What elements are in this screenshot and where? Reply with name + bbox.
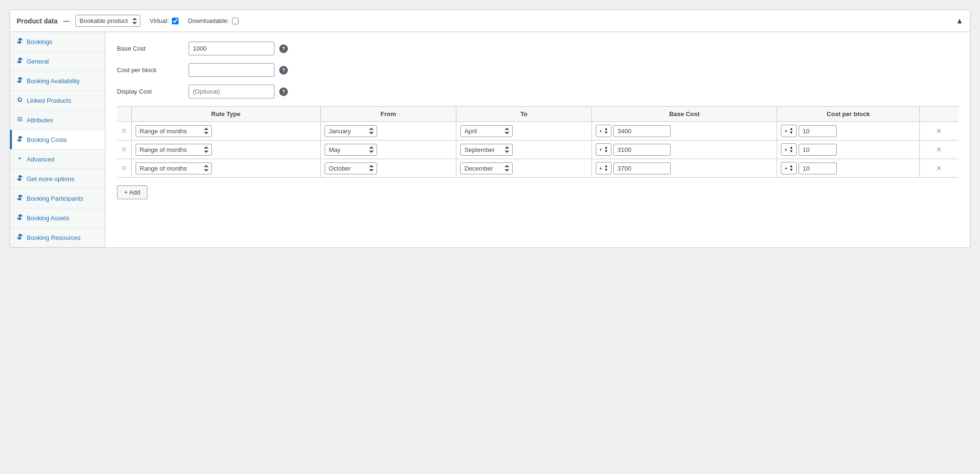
- cost-block-group-2: + ▲▼: [781, 162, 916, 174]
- header-dash: —: [63, 17, 70, 24]
- product-data-box: Product data — Bookable product Virtual:…: [10, 10, 970, 248]
- booking-availability-icon: [17, 77, 23, 85]
- cost-block-group-1: + ▲▼: [781, 143, 916, 156]
- svg-point-3: [19, 158, 21, 160]
- drag-handle[interactable]: ≡: [117, 159, 131, 178]
- sidebar-item-booking-resources[interactable]: Booking Resources: [10, 228, 105, 248]
- sidebar-item-booking-participants[interactable]: Booking Participants: [10, 189, 105, 208]
- downloadable-label: Downloadable:: [188, 17, 229, 24]
- virtual-label: Virtual:: [150, 17, 169, 24]
- th-from: From: [320, 107, 456, 122]
- virtual-checkbox[interactable]: [172, 18, 179, 24]
- sidebar-item-attributes[interactable]: Attributes: [10, 110, 105, 130]
- drag-icon: ≡: [122, 145, 126, 153]
- sidebar-item-label-booking-costs: Booking Costs: [27, 136, 67, 143]
- th-to: To: [456, 107, 591, 122]
- sidebar-item-booking-costs[interactable]: Booking Costs: [10, 130, 105, 150]
- cost-rules-table: Rule Type From To Base Cost Cost per blo…: [117, 106, 959, 178]
- cost-block-group-0: + ▲▼: [781, 125, 916, 137]
- cost-block-plus-btn-0[interactable]: + ▲▼: [781, 125, 796, 137]
- cost-block-value-input-2[interactable]: [799, 162, 837, 174]
- cost-per-block-input[interactable]: [189, 63, 274, 77]
- product-data-header: Product data — Bookable product Virtual:…: [10, 10, 970, 32]
- base-cost-plus-btn-0[interactable]: + ▲▼: [596, 125, 611, 137]
- sidebar-item-advanced[interactable]: Advanced: [10, 150, 105, 169]
- product-type-select[interactable]: Bookable product: [75, 15, 140, 27]
- booking-assets-icon: [17, 214, 23, 222]
- get-more-options-icon: [17, 175, 23, 183]
- to-select-2[interactable]: JanuaryFebruaryMarchAprilMayJuneJulyAugu…: [460, 162, 513, 174]
- collapse-button[interactable]: ▲: [956, 17, 963, 25]
- th-rule-type: Rule Type: [131, 107, 320, 122]
- base-cost-input[interactable]: [189, 42, 274, 55]
- base-cost-help-icon[interactable]: ?: [279, 44, 288, 53]
- downloadable-checkbox-group: Downloadable:: [188, 17, 239, 24]
- from-select-2[interactable]: JanuaryFebruaryMarchAprilMayJuneJulyAugu…: [325, 162, 377, 174]
- sidebar-item-general[interactable]: General: [10, 52, 105, 71]
- cost-block-value-input-0[interactable]: [799, 125, 837, 137]
- linked-products-icon: [17, 97, 23, 104]
- th-actions: [919, 107, 959, 122]
- table-row: ≡Range of monthsDate rangeTime rangePers…: [117, 140, 959, 159]
- base-cost-plus-btn-2[interactable]: + ▲▼: [596, 162, 611, 174]
- cost-block-plus-btn-1[interactable]: + ▲▼: [781, 143, 796, 156]
- general-icon: [17, 57, 23, 65]
- from-select-0[interactable]: JanuaryFebruaryMarchAprilMayJuneJulyAugu…: [325, 125, 377, 137]
- svg-rect-2: [17, 120, 22, 121]
- remove-row-btn-0[interactable]: ✕: [934, 126, 944, 136]
- downloadable-checkbox[interactable]: [232, 18, 239, 24]
- base-cost-row: Base Cost ?: [117, 42, 959, 55]
- rule-type-select-0[interactable]: Range of monthsDate rangeTime rangePerso…: [136, 125, 212, 137]
- sidebar-item-label-general: General: [27, 58, 49, 65]
- display-cost-input[interactable]: [189, 85, 274, 98]
- sidebar-item-label-get-more-options: Get more options: [27, 175, 74, 183]
- bookings-icon: [17, 38, 23, 45]
- rule-type-select-1[interactable]: Range of monthsDate rangeTime rangePerso…: [136, 144, 212, 156]
- sidebar-item-booking-assets[interactable]: Booking Assets: [10, 208, 105, 228]
- svg-rect-0: [17, 118, 22, 118]
- base-cost-value-input-2[interactable]: [613, 162, 671, 174]
- to-select-1[interactable]: JanuaryFebruaryMarchAprilMayJuneJulyAugu…: [460, 144, 513, 156]
- rule-type-select-2[interactable]: Range of monthsDate rangeTime rangePerso…: [136, 162, 212, 174]
- display-cost-help-icon[interactable]: ?: [279, 87, 288, 96]
- to-select-0[interactable]: JanuaryFebruaryMarchAprilMayJuneJulyAugu…: [460, 125, 513, 137]
- drag-handle[interactable]: ≡: [117, 140, 131, 159]
- sidebar-item-get-more-options[interactable]: Get more options: [10, 169, 105, 189]
- base-cost-value-input-0[interactable]: [613, 125, 671, 137]
- th-drag: [117, 107, 131, 122]
- svg-rect-1: [17, 119, 22, 119]
- booking-resources-icon: [17, 234, 23, 241]
- sidebar-item-label-booking-availability: Booking Availability: [27, 77, 80, 85]
- base-cost-group-2: + ▲▼: [596, 162, 773, 174]
- sidebar-item-bookings[interactable]: Bookings: [10, 32, 105, 52]
- sidebar-item-label-booking-assets: Booking Assets: [27, 215, 69, 222]
- drag-icon: ≡: [122, 164, 126, 172]
- product-data-body: Bookings General Booking AvailabilityLin…: [10, 32, 970, 248]
- base-cost-plus-btn-1[interactable]: + ▲▼: [596, 143, 611, 156]
- sidebar-item-label-advanced: Advanced: [27, 156, 54, 163]
- sidebar-item-label-booking-participants: Booking Participants: [27, 195, 84, 202]
- table-row: ≡Range of monthsDate rangeTime rangePers…: [117, 159, 959, 178]
- cost-per-block-help-icon[interactable]: ?: [279, 66, 288, 75]
- sidebar-item-label-linked-products: Linked Products: [27, 97, 71, 104]
- cost-per-block-label: Cost per block: [117, 66, 184, 74]
- drag-icon: ≡: [122, 127, 126, 135]
- add-rule-button[interactable]: + Add: [117, 185, 148, 199]
- th-base-cost: Base Cost: [592, 107, 777, 122]
- drag-handle[interactable]: ≡: [117, 122, 131, 140]
- base-cost-group-0: + ▲▼: [596, 125, 773, 137]
- sidebar-item-booking-availability[interactable]: Booking Availability: [10, 71, 105, 91]
- base-cost-value-input-1[interactable]: [613, 144, 671, 156]
- sidebar-item-linked-products[interactable]: Linked Products: [10, 91, 105, 110]
- cost-block-value-input-1[interactable]: [799, 144, 837, 156]
- sidebar: Bookings General Booking AvailabilityLin…: [10, 32, 105, 248]
- remove-row-btn-2[interactable]: ✕: [934, 163, 944, 173]
- cost-block-plus-btn-2[interactable]: + ▲▼: [781, 162, 796, 174]
- remove-row-btn-1[interactable]: ✕: [934, 145, 944, 154]
- sidebar-item-label-bookings: Bookings: [27, 38, 52, 45]
- display-cost-label: Display Cost: [117, 88, 184, 95]
- base-cost-label: Base Cost: [117, 45, 184, 52]
- table-row: ≡Range of monthsDate rangeTime rangePers…: [117, 122, 959, 140]
- from-select-1[interactable]: JanuaryFebruaryMarchAprilMayJuneJulyAugu…: [325, 144, 377, 156]
- base-cost-group-1: + ▲▼: [596, 143, 773, 156]
